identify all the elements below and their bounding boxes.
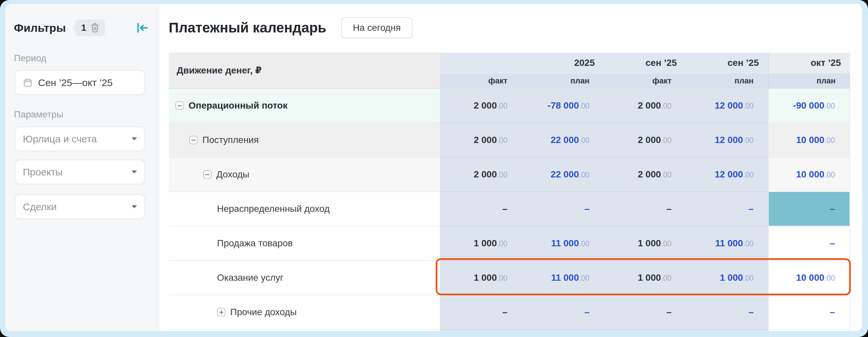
value-cell[interactable]: 11 000.00 <box>522 226 604 261</box>
table-row: Доходы2 000.0022 000.002 000.0012 000.00… <box>169 158 850 192</box>
collapse-node-icon[interactable] <box>203 170 212 179</box>
value-cell <box>768 330 850 331</box>
value-cell[interactable]: 12 000.00 <box>686 158 768 192</box>
column-header-month: сен ’25 <box>686 53 768 74</box>
value-cell[interactable]: 2 000.00 <box>604 123 686 158</box>
value-cell[interactable]: – <box>768 192 850 226</box>
value-cell[interactable]: 1 000.00 <box>686 261 768 295</box>
value-cell[interactable]: – <box>604 192 686 226</box>
value-cell[interactable]: -90 000.00 <box>768 89 850 123</box>
row-label: Операционный поток <box>189 100 287 111</box>
chevron-down-icon <box>132 205 137 208</box>
value-cell[interactable]: – <box>686 295 768 330</box>
value-cell[interactable]: 1 000.00 <box>604 261 686 295</box>
value-integer: 2 000 <box>474 135 497 145</box>
filter-count: 1 <box>81 23 86 33</box>
value-integer: -90 000 <box>793 100 824 111</box>
collapse-node-icon[interactable] <box>175 101 184 110</box>
value-cell[interactable]: – <box>440 192 522 226</box>
value-decimals: .00 <box>579 102 589 110</box>
value-decimals: .00 <box>497 240 507 248</box>
row-label-cell[interactable]: Операционный поток <box>169 89 440 123</box>
select-placeholder: Юрлица и счета <box>23 133 97 145</box>
value-integer: 2 000 <box>638 100 661 111</box>
value-cell[interactable]: 2 000.00 <box>440 89 522 123</box>
select-placeholder: Сделки <box>23 201 57 213</box>
today-button[interactable]: На сегодня <box>341 17 413 38</box>
row-label: Оказание услуг <box>217 273 283 283</box>
empty-value-dash: – <box>666 204 672 214</box>
value-cell[interactable]: 22 000.00 <box>522 123 604 158</box>
value-cell[interactable]: 1 000.00 <box>440 226 522 261</box>
table-row <box>169 330 850 331</box>
value-cell[interactable]: – <box>440 295 522 330</box>
value-cell[interactable]: – <box>768 295 850 330</box>
chevron-down-icon <box>132 137 137 140</box>
value-cell[interactable]: – <box>604 295 686 330</box>
table-row: Оказание услуг1 000.0011 000.001 000.001… <box>169 261 850 295</box>
chevron-down-icon <box>132 170 137 173</box>
value-integer: 1 000 <box>638 238 661 248</box>
value-cell[interactable]: – <box>768 226 850 261</box>
row-label: Продажа товаров <box>217 238 293 249</box>
row-label-cell[interactable]: Доходы <box>169 158 440 192</box>
select-deals[interactable]: Сделки <box>15 194 145 219</box>
value-decimals: .00 <box>743 274 753 282</box>
select-legal-entities[interactable]: Юрлица и счета <box>15 127 145 151</box>
value-integer: 11 000 <box>551 238 579 248</box>
collapse-node-icon[interactable] <box>189 136 198 144</box>
select-projects[interactable]: Проекты <box>15 160 145 185</box>
value-cell[interactable]: 2 000.00 <box>604 158 686 192</box>
value-cell[interactable]: 10 000.00 <box>768 158 850 192</box>
expand-node-icon[interactable] <box>217 308 226 316</box>
value-cell[interactable]: 11 000.00 <box>686 226 768 261</box>
value-cell[interactable]: 10 000.00 <box>768 123 850 158</box>
value-decimals: .00 <box>661 136 672 145</box>
value-cell[interactable]: 11 000.00 <box>522 261 604 295</box>
value-cell[interactable]: 2 000.00 <box>604 89 686 123</box>
value-integer: 12 000 <box>714 135 743 145</box>
value-cell[interactable]: – <box>522 295 604 330</box>
table-row: Нераспределенный доход––––– <box>169 192 850 226</box>
value-decimals: .00 <box>743 136 753 145</box>
value-decimals: .00 <box>579 274 589 282</box>
period-input[interactable]: Сен ’25—окт ’25 <box>15 70 145 95</box>
empty-value-dash: – <box>830 307 835 317</box>
value-cell[interactable]: 22 000.00 <box>522 158 604 192</box>
value-cell[interactable]: 1 000.00 <box>604 226 686 261</box>
value-decimals: .00 <box>824 274 835 282</box>
value-integer: 22 000 <box>551 169 579 179</box>
value-integer: 10 000 <box>796 169 824 179</box>
value-cell[interactable]: 12 000.00 <box>686 123 768 158</box>
value-cell[interactable]: 12 000.00 <box>686 89 768 123</box>
value-cell[interactable]: 2 000.00 <box>440 158 522 192</box>
value-cell[interactable]: 1 000.00 <box>440 261 522 295</box>
column-header-month: окт ’25 <box>768 53 850 74</box>
value-cell[interactable]: 10 000.00 <box>768 261 850 295</box>
app-card: Фильтры 1 <box>5 4 862 331</box>
table-row: Прочие доходы––––– <box>169 295 850 330</box>
value-cell[interactable]: – <box>686 192 768 226</box>
collapse-sidebar-icon[interactable] <box>135 21 150 35</box>
value-cell[interactable]: 2 000.00 <box>440 123 522 158</box>
empty-value-dash: – <box>830 204 835 214</box>
row-label-cell[interactable]: Прочие доходы <box>169 295 440 330</box>
value-integer: 12 000 <box>714 169 743 179</box>
value-decimals: .00 <box>661 102 672 110</box>
value-cell <box>522 330 604 331</box>
params-label: Параметры <box>14 109 63 120</box>
empty-value-dash: – <box>584 307 589 317</box>
trash-icon[interactable] <box>90 23 99 33</box>
value-decimals: .00 <box>824 136 835 145</box>
row-label-cell[interactable]: Поступления <box>169 123 440 158</box>
value-decimals: .00 <box>743 102 753 110</box>
empty-value-dash: – <box>502 204 507 214</box>
empty-value-dash: – <box>748 204 753 214</box>
value-decimals: .00 <box>743 240 753 248</box>
row-label-cell: Нераспределенный доход <box>169 192 440 226</box>
select-placeholder: Проекты <box>23 167 63 178</box>
value-cell[interactable]: -78 000.00 <box>522 89 604 123</box>
filters-sidebar: Фильтры 1 <box>5 4 159 331</box>
value-cell[interactable]: – <box>522 192 604 226</box>
value-decimals: .00 <box>743 170 753 179</box>
